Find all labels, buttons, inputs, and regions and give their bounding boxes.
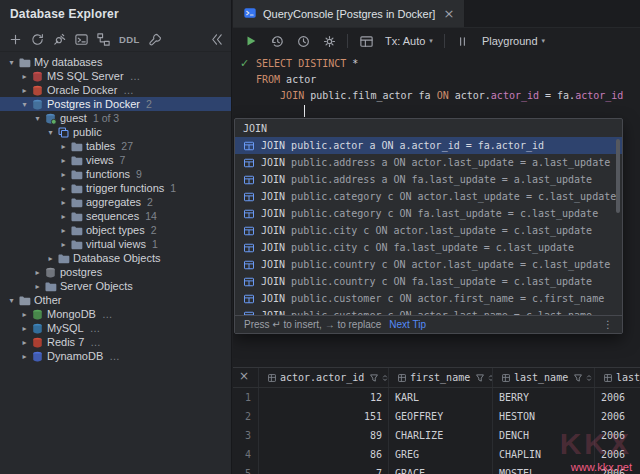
tree-item-other[interactable]: ▾Other <box>0 293 231 307</box>
add-data-source-button[interactable] <box>5 29 25 49</box>
cell[interactable]: 2006 <box>595 464 640 474</box>
chevron-right-icon[interactable]: ▸ <box>19 352 30 361</box>
tree-item-redis-7[interactable]: ▸Redis 7… <box>0 335 231 349</box>
row-number[interactable]: 4 <box>233 445 259 464</box>
chevron-right-icon[interactable]: ▸ <box>45 254 56 263</box>
cell[interactable]: GEOFFREY <box>389 407 493 426</box>
cell[interactable]: GREG <box>389 445 493 464</box>
table-row[interactable]: 112KARLBERRY2006 <box>233 388 640 407</box>
chevron-right-icon[interactable]: ▸ <box>32 282 43 291</box>
chevron-right-icon[interactable]: ▸ <box>19 310 30 319</box>
code-line-1[interactable]: SELECT DISTINCT * <box>256 56 640 72</box>
chevron-right-icon[interactable]: ▸ <box>19 72 30 81</box>
cell[interactable]: GRACE <box>389 464 493 474</box>
completion-item[interactable]: JOIN public.category c ON fa.last_update… <box>235 205 622 222</box>
tree-item-functions[interactable]: ▸functions9 <box>0 167 231 181</box>
filter-icon[interactable] <box>573 373 583 383</box>
tree-item-virtual-views[interactable]: ▸virtual views1 <box>0 237 231 251</box>
tree-item-object-types[interactable]: ▸object types2 <box>0 223 231 237</box>
cell[interactable]: 2006 <box>595 445 640 464</box>
chevron-right-icon[interactable]: ▸ <box>58 156 69 165</box>
tree-item-views[interactable]: ▸views7 <box>0 153 231 167</box>
table-row[interactable]: 486GREGCHAPLIN2006 <box>233 445 640 464</box>
tree-item-tables[interactable]: ▸tables27 <box>0 139 231 153</box>
tree-item-database-objects[interactable]: ▸Database Objects <box>0 251 231 265</box>
column-header-first_name[interactable]: first_name <box>389 368 493 387</box>
sort-icon[interactable] <box>381 374 389 382</box>
tree-item-aggregates[interactable]: ▸aggregates2 <box>0 195 231 209</box>
completion-item[interactable]: JOIN <box>235 120 622 137</box>
completion-item[interactable]: JOIN public.country c ON fa.last_update … <box>235 273 622 290</box>
playground-dropdown[interactable]: Playground▾ <box>478 31 549 51</box>
completion-item[interactable]: JOIN public.actor a ON a.actor_id = fa.a… <box>235 137 622 154</box>
disconnect-button[interactable] <box>49 29 69 49</box>
chevron-right-icon[interactable]: ▸ <box>58 142 69 151</box>
tx-mode-dropdown[interactable]: Tx: Auto▾ <box>381 31 437 51</box>
chevron-down-icon[interactable]: ▾ <box>32 114 43 123</box>
table-row[interactable]: 389CHARLIZEDENCH2006 <box>233 426 640 445</box>
tree-item-public[interactable]: ▾public <box>0 125 231 139</box>
tab-query-console[interactable]: QueryConsole [Postgres in Docker] × <box>233 0 465 27</box>
chevron-down-icon[interactable]: ▾ <box>45 128 56 137</box>
filter-icon[interactable] <box>369 373 379 383</box>
cell[interactable]: DENCH <box>493 426 595 445</box>
cell[interactable]: 89 <box>259 426 389 445</box>
chevron-down-icon[interactable]: ▾ <box>6 58 17 67</box>
code-line-3[interactable]: JOIN public.film_actor fa ON actor.actor… <box>256 88 640 104</box>
chevron-down-icon[interactable]: ▾ <box>6 296 17 305</box>
cell[interactable]: 151 <box>259 407 389 426</box>
tree-item-oracle-docker[interactable]: ▸Oracle Docker… <box>0 83 231 97</box>
chevron-right-icon[interactable]: ▸ <box>58 170 69 179</box>
chevron-down-icon[interactable]: ▾ <box>19 100 30 109</box>
close-results-icon[interactable]: × <box>238 370 250 382</box>
next-tip-link[interactable]: Next Tip <box>389 319 426 330</box>
rerun-history-button[interactable] <box>266 31 288 51</box>
chevron-right-icon[interactable]: ▸ <box>58 226 69 235</box>
tree-item-ms-sql-server[interactable]: ▸MS SQL Server… <box>0 69 231 83</box>
cell[interactable]: BERRY <box>493 388 595 407</box>
cell[interactable]: 86 <box>259 445 389 464</box>
cell[interactable]: HESTON <box>493 407 595 426</box>
cell[interactable]: CHAPLIN <box>493 445 595 464</box>
cell[interactable]: 7 <box>259 464 389 474</box>
row-number[interactable]: 3 <box>233 426 259 445</box>
sql-editor[interactable]: ✓ SELECT DISTINCT *FROM actor JOIN publi… <box>233 54 640 474</box>
chevron-right-icon[interactable]: ▸ <box>19 338 30 347</box>
completion-item[interactable]: JOIN public.category c ON actor.last_upd… <box>235 188 622 205</box>
chevron-right-icon[interactable]: ▸ <box>32 268 43 277</box>
cell[interactable]: 2006 <box>595 407 640 426</box>
execution-clock-button[interactable] <box>292 31 314 51</box>
completion-item[interactable]: JOIN public.address a ON actor.last_upda… <box>235 154 622 171</box>
tree-item-postgres-in-docker[interactable]: ▾Postgres in Docker2 <box>0 97 231 111</box>
chevron-right-icon[interactable]: ▸ <box>19 324 30 333</box>
filter-icon[interactable] <box>475 373 485 383</box>
tree-item-guest[interactable]: ▾guest1 of 3 <box>0 111 231 125</box>
chevron-right-icon[interactable]: ▸ <box>58 184 69 193</box>
code-line-2[interactable]: FROM actor <box>256 72 640 88</box>
completion-item[interactable]: JOIN public.country c ON actor.last_upda… <box>235 256 622 273</box>
column-header-last_name[interactable]: last_name <box>493 368 595 387</box>
table-row[interactable]: 2151GEOFFREYHESTON2006 <box>233 407 640 426</box>
data-source-properties-button[interactable] <box>146 29 166 49</box>
tree-item-my-databases[interactable]: ▾My databases <box>0 55 231 69</box>
pause-button[interactable] <box>452 31 474 51</box>
sort-icon[interactable] <box>585 374 593 382</box>
completion-item[interactable]: JOIN public.customer c ON actor.last_nam… <box>235 307 622 315</box>
tab-close-icon[interactable]: × <box>443 6 454 21</box>
refresh-button[interactable] <box>27 29 47 49</box>
cell[interactable]: 2006 <box>595 426 640 445</box>
cell[interactable]: KARL <box>389 388 493 407</box>
row-number[interactable]: 2 <box>233 407 259 426</box>
completion-item[interactable]: JOIN public.city c ON actor.last_update … <box>235 222 622 239</box>
chevron-right-icon[interactable]: ▸ <box>58 212 69 221</box>
chevron-right-icon[interactable]: ▸ <box>19 86 30 95</box>
table-row[interactable]: 57GRACEMOSTEL2006 <box>233 464 640 474</box>
code-area[interactable]: SELECT DISTINCT *FROM actor JOIN public.… <box>233 54 640 120</box>
jump-to-console-button[interactable] <box>71 29 91 49</box>
tree-item-trigger-functions[interactable]: ▸trigger functions1 <box>0 181 231 195</box>
cell[interactable]: CHARLIZE <box>389 426 493 445</box>
cell[interactable]: 2006 <box>595 388 640 407</box>
tree-item-dynamodb[interactable]: ▸DynamoDB… <box>0 349 231 363</box>
column-header-last_update[interactable]: last_update <box>595 368 640 387</box>
result-view-button[interactable] <box>355 31 377 51</box>
